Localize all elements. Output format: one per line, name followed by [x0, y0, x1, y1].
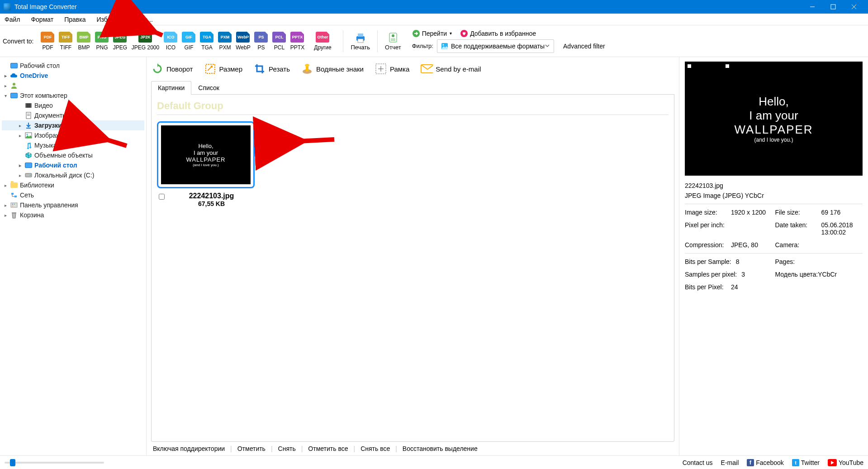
format-pxm[interactable]: PXMPXM [216, 32, 233, 51]
format-ico[interactable]: ICOICO [162, 32, 179, 51]
report-button[interactable]: Отчет [382, 31, 404, 51]
tree-item-корзина[interactable]: ▸Корзина [2, 210, 144, 220]
minimize-button[interactable] [802, 0, 823, 14]
monitor-icon [10, 92, 18, 99]
tree-item-этот-компьютер[interactable]: ▾Этот компьютер [2, 91, 144, 100]
menubar: Файл Формат Правка Избранное По... [0, 14, 868, 25]
info-grid-2: Bits per Sample:8Pages:Samples per pixel… [685, 258, 863, 291]
tree-label: Рабочий стол [34, 162, 77, 169]
tabs: Картинки Список [151, 81, 674, 95]
tree-item-музыка[interactable]: Музыка [2, 140, 144, 150]
action-rotate[interactable]: Поворот [151, 62, 193, 75]
menu-help[interactable]: По... [138, 15, 155, 24]
statusbar: Contact us E-mail fFacebook tTwitter You… [0, 455, 868, 469]
menu-edit[interactable]: Правка [62, 15, 87, 24]
footer-action-3[interactable]: Отметить все [308, 445, 348, 452]
advanced-filter-link[interactable]: Advanced filter [563, 43, 605, 50]
format-pdf[interactable]: PDFPDF [39, 32, 56, 51]
format-tga[interactable]: TGATGA [198, 32, 215, 51]
action-resize[interactable]: Размер [204, 62, 243, 75]
action-frame[interactable]: Рамка [375, 62, 409, 75]
tree-item-загрузки[interactable]: ▸Загрузки [2, 120, 144, 130]
info-key: Pages: [775, 258, 817, 265]
format-pptx[interactable]: PPTXPPTX [289, 32, 306, 51]
tree-item-документы[interactable]: Документы [2, 110, 144, 120]
monitor-icon [10, 62, 18, 69]
twitter-link[interactable]: tTwitter [792, 459, 820, 466]
goto-button[interactable]: Перейти▾ [412, 29, 452, 38]
menu-favorites[interactable]: Избранное [95, 15, 130, 24]
tab-list[interactable]: Список [191, 81, 226, 95]
format-icon: PS [254, 32, 268, 43]
tree-item-рабочий-стол[interactable]: Рабочий стол [2, 61, 144, 71]
tree-label: Документы [34, 112, 67, 119]
footer-action-1[interactable]: Отметить [237, 445, 266, 452]
tree-item-панель-управления[interactable]: ▸Панель управления [2, 200, 144, 210]
tree-label: Корзина [20, 211, 44, 219]
maximize-button[interactable] [823, 0, 844, 14]
format-bmp[interactable]: BMPBMP [75, 32, 92, 51]
tree-item-библиотеки[interactable]: ▸Библиотеки [2, 180, 144, 190]
format-jpeg2000[interactable]: JP2KJPEG 2000 [129, 32, 161, 51]
tree-item-onedrive[interactable]: ▸OneDrive [2, 71, 144, 81]
thumbnail-card[interactable]: Hello, I am your WALLPAPER (and I love y… [157, 121, 255, 207]
facebook-link[interactable]: fFacebook [747, 459, 783, 466]
info-key: Image size: [685, 209, 726, 216]
email-link[interactable]: E-mail [721, 459, 739, 466]
action-label: Send by e-mail [436, 65, 481, 73]
info-key: File size: [775, 209, 817, 216]
expand-icon: ▸ [3, 183, 8, 188]
svg-point-30 [12, 204, 13, 205]
footer-action-2[interactable]: Снять [278, 445, 296, 452]
tree-item-user[interactable]: ▸ [2, 81, 144, 91]
format-jpeg[interactable]: JPEGJPEG [111, 32, 128, 51]
format-icon: PPTX [290, 32, 304, 43]
tree-label: Загрузки [34, 122, 62, 129]
menu-format[interactable]: Формат [29, 15, 55, 24]
footer-action-4[interactable]: Снять все [360, 445, 390, 452]
format-label: WebP [236, 44, 250, 51]
menu-file[interactable]: Файл [3, 15, 22, 24]
tree-item-видео[interactable]: Видео [2, 100, 144, 110]
tree-item-рабочий-стол[interactable]: ▸Рабочий стол [2, 160, 144, 170]
youtube-link[interactable]: YouTube [828, 459, 863, 466]
tree-label: Видео [34, 102, 53, 109]
print-button[interactable]: Печать [348, 31, 373, 51]
info-key: Compression: [685, 241, 726, 249]
action-crop[interactable]: Резать [253, 62, 290, 75]
info-cell: Compression:JPEG, 80 [685, 241, 773, 249]
format-label: ICO [166, 44, 175, 51]
footer-action-0[interactable]: Включая поддиректории [153, 445, 225, 452]
action-label: Рамка [390, 65, 409, 73]
format-pcl[interactable]: PCLPCL [270, 32, 288, 51]
format-webp[interactable]: WebPWebP [234, 32, 251, 51]
contact-link[interactable]: Contact us [683, 459, 713, 466]
tree-item-локальный-диск-c-[interactable]: ▸Локальный диск (C:) [2, 170, 144, 180]
rotate-icon [151, 62, 164, 75]
add-favorite-button[interactable]: Добавить в избранное [460, 29, 536, 38]
zoom-slider[interactable] [5, 462, 104, 464]
thumbnail-frame: Hello, I am your WALLPAPER (and I love y… [157, 121, 255, 188]
tree-item-объемные-объекты[interactable]: Объемные объекты [2, 150, 144, 160]
action-watermark[interactable]: Водяные знаки [301, 62, 364, 75]
youtube-icon [828, 459, 837, 466]
tab-pictures[interactable]: Картинки [151, 81, 191, 95]
format-tiff[interactable]: TIFFTIFF [57, 32, 74, 51]
format-png[interactable]: PNGPNG [93, 32, 110, 51]
expand-icon: ▸ [17, 173, 23, 178]
format-icon: GIF [182, 32, 195, 43]
format-label: Другие [314, 44, 331, 51]
format-gif[interactable]: GIFGIF [180, 32, 197, 51]
svg-rect-27 [11, 193, 14, 195]
tree-item-сеть[interactable]: Сеть [2, 190, 144, 200]
chevron-down-icon [545, 43, 550, 50]
filter-select[interactable]: Все поддерживаемые форматы [437, 39, 554, 53]
action-mail[interactable]: Send by e-mail [420, 62, 481, 75]
format-ps[interactable]: PSPS [252, 32, 270, 51]
tree-item-изображения[interactable]: ▸Изображения [2, 130, 144, 140]
info-key: Bits per Pixel: [685, 283, 726, 291]
footer-action-5[interactable]: Восстановить выделение [403, 445, 478, 452]
close-button[interactable] [844, 0, 864, 14]
thumbnail-checkbox[interactable] [159, 194, 165, 200]
format-другие[interactable]: OtherДругие [307, 32, 338, 51]
